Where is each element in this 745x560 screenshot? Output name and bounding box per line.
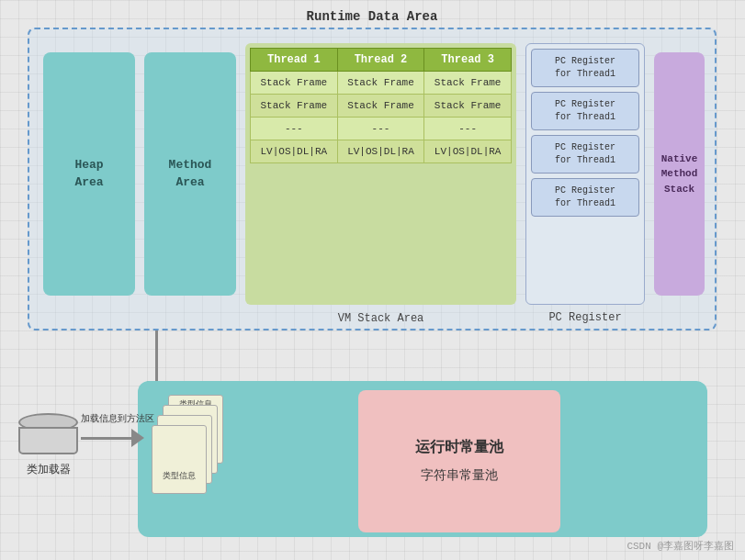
pc-item-4: PC Registerfor Thread1 xyxy=(531,178,639,217)
arrow-line xyxy=(155,330,158,381)
pc-register-container: PC Registerfor Thread1 PC Registerfor Th… xyxy=(525,43,645,305)
thread3-header: Thread 3 xyxy=(424,49,512,72)
class-loader-arrow: 加载信息到方法区 xyxy=(81,429,144,447)
page-stack-4: 类型信息 xyxy=(152,425,207,494)
watermark: CSDN @李嘉图呀李嘉图 xyxy=(626,539,734,553)
constant-pool-title: 运行时常量池 xyxy=(415,438,503,458)
cell: LV|OS|DL|RA xyxy=(337,140,424,163)
table-row: Stack Frame Stack Frame Stack Frame xyxy=(251,72,512,95)
method-label: MethodArea xyxy=(169,157,212,190)
arrow-right-label: 加载信息到方法区 xyxy=(81,412,154,425)
native-stack-label: NativeMethodStack xyxy=(661,151,698,197)
class-loader: 类加载器 xyxy=(18,413,78,477)
runtime-title: Runtime Data Area xyxy=(307,9,438,24)
arrow-right-line xyxy=(81,437,131,440)
thread-table: Thread 1 Thread 2 Thread 3 Stack Frame S… xyxy=(250,48,512,163)
pc-item-1: PC Registerfor Thread1 xyxy=(531,49,639,87)
cylinder-body xyxy=(18,427,78,454)
table-row: LV|OS|DL|RA LV|OS|DL|RA LV|OS|DL|RA xyxy=(251,140,512,163)
class-loader-label: 类加载器 xyxy=(27,462,71,477)
page-bottom-label: 类型信息 xyxy=(152,467,206,485)
cell: Stack Frame xyxy=(424,72,512,95)
runtime-data-area: Runtime Data Area HeapArea MethodArea Th… xyxy=(28,28,717,330)
heap-area: HeapArea xyxy=(43,52,135,296)
cell: --- xyxy=(424,118,512,140)
cell: --- xyxy=(251,118,338,140)
thread2-header: Thread 2 xyxy=(337,49,424,72)
constant-pool-subtitle: 字符串常量池 xyxy=(421,467,498,486)
vm-stack-label: VM Stack Area xyxy=(338,312,424,325)
cell: Stack Frame xyxy=(251,72,338,95)
arrow-right-head xyxy=(131,429,144,447)
cell: Stack Frame xyxy=(337,95,424,118)
method-area: MethodArea xyxy=(144,52,236,296)
cell: LV|OS|DL|RA xyxy=(424,140,512,163)
cell: --- xyxy=(337,118,424,140)
cell: LV|OS|DL|RA xyxy=(251,140,338,163)
native-method-stack: NativeMethodStack xyxy=(654,52,705,296)
pc-item-3: PC Registerfor Thread1 xyxy=(531,135,639,174)
background: Runtime Data Area HeapArea MethodArea Th… xyxy=(0,0,745,560)
pc-register-label: PC Register xyxy=(548,311,621,324)
cell: Stack Frame xyxy=(251,95,338,118)
cylinder-icon xyxy=(18,413,78,454)
stacked-pages-container: 类型信息 类型信息 xyxy=(152,390,225,510)
cell: Stack Frame xyxy=(337,72,424,95)
pc-item-2: PC Registerfor Thread1 xyxy=(531,92,639,130)
cell: Stack Frame xyxy=(424,95,512,118)
table-row: Stack Frame Stack Frame Stack Frame xyxy=(251,95,512,118)
table-row: --- --- --- xyxy=(251,118,512,140)
vm-stack-container: Thread 1 Thread 2 Thread 3 Stack Frame S… xyxy=(245,43,516,305)
constant-pool-box: 运行时常量池 字符串常量池 xyxy=(358,390,560,532)
thread1-header: Thread 1 xyxy=(251,49,338,72)
heap-label: HeapArea xyxy=(74,157,103,190)
